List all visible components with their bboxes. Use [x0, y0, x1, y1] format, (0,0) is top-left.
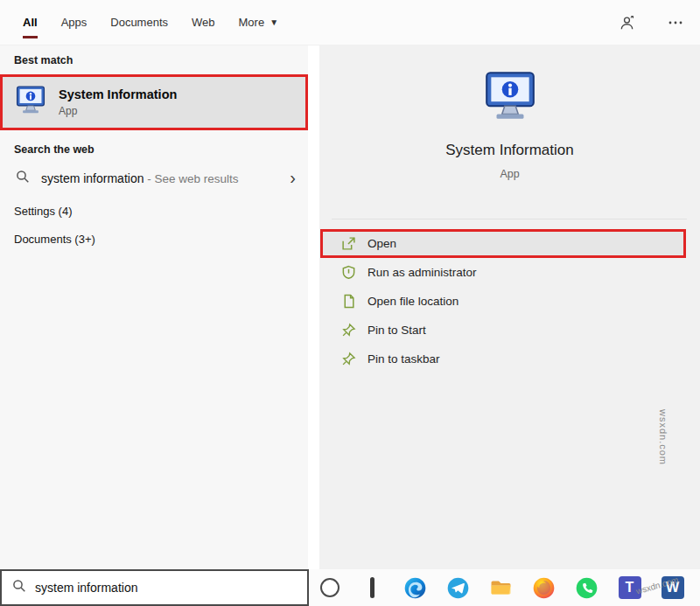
best-match-result[interactable]: System Information App	[0, 74, 308, 130]
action-open-file-location[interactable]: Open file location	[320, 287, 686, 316]
whatsapp-icon[interactable]	[575, 576, 598, 600]
best-match-header: Best match	[14, 54, 73, 66]
cortana-icon[interactable]	[318, 576, 341, 600]
action-pin-to-start-label: Pin to Start	[368, 324, 426, 337]
telegram-icon[interactable]	[446, 576, 470, 600]
search-input-value[interactable]: system information	[35, 581, 137, 595]
group-settings[interactable]: Settings (4)	[14, 205, 72, 218]
web-suggestion-row[interactable]: system information - See web results ›	[0, 163, 308, 194]
action-run-as-admin[interactable]: Run as administrator	[320, 258, 686, 287]
search-results-panel: Best match System Information App Search…	[0, 45, 308, 569]
web-suggestion-suffix: - See web results	[144, 172, 238, 185]
action-pin-to-start[interactable]: Pin to Start	[320, 316, 686, 345]
action-open[interactable]: Open	[320, 229, 686, 258]
edge-browser-icon[interactable]	[403, 576, 427, 600]
action-open-label: Open	[368, 237, 396, 250]
filter-tabs: All Apps Documents Web More ▼	[0, 0, 278, 45]
divider	[332, 219, 687, 219]
tab-web-label: Web	[192, 16, 215, 29]
best-match-subtitle: App	[59, 105, 177, 117]
chevron-down-icon: ▼	[270, 17, 278, 27]
pen-workspace-icon[interactable]	[360, 576, 384, 600]
system-information-app-icon	[14, 84, 47, 121]
search-filter-bar: All Apps Documents Web More ▼	[0, 0, 700, 45]
tab-documents[interactable]: Documents	[110, 0, 168, 45]
system-information-app-icon-large	[481, 68, 539, 129]
context-actions: Open Run as administrator Open file loca…	[320, 229, 686, 373]
tab-apps[interactable]: Apps	[61, 0, 88, 45]
preview-title: System Information	[445, 142, 573, 159]
action-open-file-location-label: Open file location	[368, 295, 458, 308]
web-suggestion-query: system information	[41, 171, 144, 185]
tab-all-label: All	[23, 16, 38, 29]
tab-all[interactable]: All	[23, 0, 38, 45]
file-explorer-icon[interactable]	[489, 576, 513, 600]
search-icon	[16, 170, 30, 187]
tab-apps-label: Apps	[61, 16, 88, 29]
tab-more-label: More	[239, 16, 265, 29]
more-options-icon[interactable]	[667, 14, 684, 31]
watermark: wsxdn.com	[658, 409, 668, 465]
action-pin-to-taskbar[interactable]: Pin to taskbar	[320, 345, 686, 373]
tab-web[interactable]: Web	[192, 0, 215, 45]
chevron-right-icon[interactable]: ›	[290, 166, 296, 189]
group-documents[interactable]: Documents (3+)	[14, 233, 95, 246]
open-icon	[341, 236, 356, 251]
admin-shield-icon	[341, 265, 356, 280]
firefox-icon[interactable]	[532, 576, 556, 600]
pin-icon	[341, 352, 356, 366]
search-icon	[12, 579, 26, 596]
pin-icon	[341, 323, 356, 338]
tab-more[interactable]: More ▼	[239, 0, 279, 45]
search-web-header: Search the web	[14, 143, 94, 156]
best-match-title: System Information	[59, 87, 177, 101]
user-account-icon[interactable]	[618, 14, 635, 31]
preview-panel: System Information App Open Run as ad	[319, 45, 700, 569]
file-location-icon	[341, 294, 356, 309]
preview-subtitle: App	[500, 168, 519, 180]
action-run-as-admin-label: Run as administrator	[368, 266, 477, 279]
taskbar-search-box[interactable]: system information	[0, 569, 309, 606]
action-pin-to-taskbar-label: Pin to taskbar	[368, 352, 440, 366]
tab-documents-label: Documents	[110, 16, 168, 29]
topbar-actions	[618, 0, 684, 45]
